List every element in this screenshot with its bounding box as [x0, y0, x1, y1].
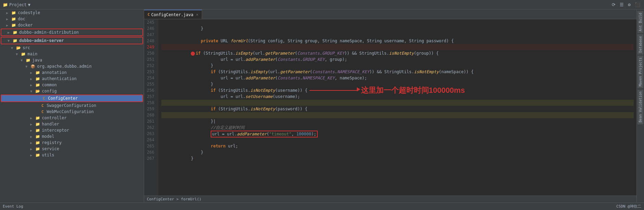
code-lines: } private URL formUrl(String config, Str… — [159, 19, 636, 196]
sidebar-item-model[interactable]: ▶ 📁 model — [0, 133, 144, 140]
sidebar-item-doc[interactable]: ▶ 📁 doc — [0, 16, 144, 22]
line-numbers: 245 246 247 248 249 250 251 252 253 254 … — [144, 19, 159, 196]
project-icon: 📁 — [3, 2, 8, 7]
sidebar-item-annotation[interactable]: ▶ 📁 annotation — [0, 69, 144, 76]
folder-icon: 📁 — [35, 134, 40, 139]
sidebar-item-interceptor[interactable]: ▶ 📁 interceptor — [0, 127, 144, 133]
expand-icon[interactable]: ⬛ — [634, 1, 641, 8]
code-editor[interactable]: 245 246 247 248 249 250 251 252 253 254 … — [144, 19, 636, 196]
sidebar-item-controller[interactable]: ▶ 📁 controller — [0, 115, 144, 121]
code-line: if (StringUtils.isNotEmpty(password)) { — [161, 100, 634, 106]
breadcrumb: ConfigCenter > formUrl() — [147, 197, 201, 201]
code-line: } — [161, 75, 634, 81]
tab-configcenter[interactable]: C ConfigCenter.java ✕ — [144, 10, 202, 19]
folder-icon: 📁 — [12, 38, 18, 43]
sidebar-item-dubbo-admin-distribution[interactable]: ▶ 📁 dubbo-admin-distribution — [1, 29, 143, 36]
sidebar-item-label: docker — [18, 23, 33, 27]
folder-src-icon: 📂 — [16, 45, 21, 50]
sidebar-item-config[interactable]: ▼ 📂 config — [0, 88, 144, 94]
sidebar-item-label: dubbo-admin-server — [19, 38, 64, 43]
package-icon: 📦 — [30, 64, 36, 69]
arrow-icon: ▶ — [30, 116, 35, 120]
sidebar-item-label: registry — [42, 140, 62, 145]
sidebar-item-dubbo-admin-server[interactable]: ▼ 📁 dubbo-admin-server — [1, 37, 143, 44]
arrow-icon: ▶ — [30, 141, 35, 145]
java-folder-icon: 📁 — [25, 58, 31, 63]
sidebar-item-registry[interactable]: ▶ 📁 registry — [0, 140, 144, 146]
class-c-icon: C — [41, 96, 47, 101]
sidebar-item-label: controller — [42, 115, 67, 120]
sidebar-item-common[interactable]: ▶ 📁 common — [0, 82, 144, 88]
arrow-icon: ▶ — [6, 23, 11, 27]
sidebar-item-label: WebMvcConfiguration — [47, 109, 94, 114]
editor-tabs: C ConfigCenter.java ✕ — [144, 10, 636, 19]
sidebar-item-src[interactable]: ▼ 📂 src — [0, 45, 144, 51]
status-left[interactable]: Event Log — [3, 204, 23, 209]
sidebar-item-label: config — [42, 89, 57, 93]
right-tab-bean-validation[interactable]: Bean Validation — [637, 90, 643, 124]
arrow-icon: ▶ — [30, 71, 35, 75]
status-right: CSDN @珅欣二 — [616, 204, 641, 209]
folder-icon: 📁 — [35, 140, 40, 145]
code-line — [161, 155, 634, 162]
sidebar-item-label: main — [27, 52, 37, 56]
code-line: return url; — [161, 137, 634, 143]
arrow-icon: ▶ — [30, 122, 35, 126]
sidebar-item-webmvcconfiguration[interactable]: C WebMvcConfiguration — [0, 109, 144, 115]
right-side-tabs: Ant Build Database Maven Projects Bean V… — [636, 10, 644, 202]
sidebar-item-service[interactable]: ▶ 📁 service — [0, 146, 144, 152]
code-line: url = url.setUsername(username); — [161, 87, 634, 93]
folder-icon: 📁 — [35, 76, 40, 81]
sidebar-item-codestyle[interactable]: ▶ 📁 codestyle — [0, 10, 144, 16]
sidebar-item-label: utils — [42, 153, 54, 157]
filter-icon[interactable]: ☰ — [619, 1, 625, 8]
class-c-icon: C — [40, 103, 45, 108]
code-line: private URL formUrl(String config, Strin… — [161, 32, 634, 38]
settings-icon[interactable]: ⚙ — [627, 1, 632, 8]
refresh-icon[interactable]: ⟳ — [611, 1, 617, 8]
right-tab-maven-projects[interactable]: Maven Projects — [637, 56, 643, 88]
sidebar-item-label: authentication — [42, 76, 77, 81]
code-line: url = url.addParameter(Constants.NAMESPA… — [161, 69, 634, 75]
code-line: URL url = URL.valueOf(config); — [161, 38, 634, 44]
code-line: url = url.addParameter(Constants.GROUP_K… — [161, 50, 634, 56]
sidebar-item-java[interactable]: ▼ 📁 java — [0, 57, 144, 63]
sidebar-item-configcenter[interactable]: C ConfigCenter — [1, 95, 143, 102]
sidebar-item-label: annotation — [42, 70, 67, 75]
arrow-icon: ▶ — [30, 77, 35, 81]
code-line: if (StringUtils.isEmpty(url.getParameter… — [161, 44, 634, 50]
sidebar-item-swaggerconfiguration[interactable]: C SwaggerConfiguration — [0, 102, 144, 109]
folder-icon: 📁 — [11, 10, 16, 15]
class-c-icon: C — [40, 109, 45, 114]
editor-area: C ConfigCenter.java ✕ 245 246 247 248 24… — [144, 10, 636, 202]
toolbar-icons: ⟳ ☰ ⚙ ⬛ — [611, 1, 641, 8]
arrow-icon: ▶ — [6, 11, 11, 15]
sidebar-item-authentication[interactable]: ▶ 📁 authentication — [0, 76, 144, 82]
tab-icon: C — [148, 12, 150, 17]
sidebar-item-label: dubbo-admin-distribution — [19, 30, 79, 35]
tab-close-icon[interactable]: ✕ — [196, 12, 198, 17]
sidebar-item-label: java — [32, 58, 42, 63]
right-tab-database[interactable]: Database — [637, 34, 643, 54]
code-line: } — [161, 56, 634, 63]
folder-icon: 📁 — [12, 30, 18, 35]
folder-icon: 📂 — [35, 89, 40, 93]
sidebar-item-main[interactable]: ▼ 📁 main — [0, 51, 144, 57]
folder-icon: 📁 — [35, 146, 40, 151]
code-line — [161, 25, 634, 32]
right-tab-ant-build[interactable]: Ant Build — [637, 11, 643, 33]
sidebar-item-utils[interactable]: ▶ 📁 utils — [0, 152, 144, 158]
folder-icon: 📁 — [35, 122, 40, 126]
project-dropdown-arrow[interactable]: ▼ — [28, 2, 31, 7]
code-line: } — [161, 19, 634, 25]
sidebar-item-handler[interactable]: ▶ 📁 handler — [0, 121, 144, 127]
arrow-icon: ▶ — [30, 153, 35, 157]
arrow-icon: ▼ — [30, 89, 35, 93]
sidebar-item-docker[interactable]: ▶ 📁 docker — [0, 22, 144, 28]
arrow-icon: ▶ — [30, 129, 35, 132]
sidebar-item-org-apache-dubbo-admin[interactable]: ▼ 📦 org.apache.dubbo.admin — [0, 63, 144, 69]
arrow-icon: ▶ — [30, 83, 35, 87]
arrow-icon: ▼ — [25, 65, 30, 68]
code-line: url = url.addParameter("timeout", 100000… — [161, 124, 634, 131]
code-line: } — [161, 143, 634, 149]
